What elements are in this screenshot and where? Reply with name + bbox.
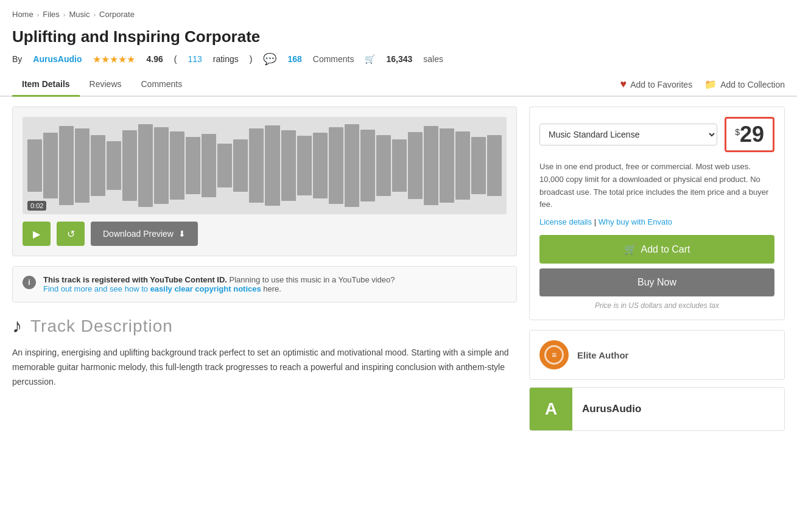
- tab-actions: ♥ Add to Favorites 📁 Add to Collection: [620, 78, 785, 91]
- author-avatar-letter: A: [545, 399, 557, 419]
- price-badge: $29: [725, 117, 774, 152]
- track-description-text: An inspiring, energising and uplifting b…: [12, 346, 517, 389]
- play-icon: ▶: [33, 228, 40, 240]
- yt-notice-link[interactable]: Find out more and see how to: [43, 284, 148, 293]
- author-box: A AurusAudio: [529, 387, 785, 431]
- rating-score: 4.96: [146, 54, 163, 64]
- comments-label: Comments: [313, 54, 354, 64]
- play-button[interactable]: ▶: [23, 222, 51, 246]
- tabs-bar: Item Details Reviews Comments ♥ Add to F…: [0, 73, 797, 97]
- breadcrumb-sep-1: ›: [37, 11, 40, 18]
- breadcrumb-home[interactable]: Home: [12, 10, 33, 19]
- price-box: Music Standard LicenseMusic Broadcast Li…: [529, 107, 785, 320]
- tab-item-details[interactable]: Item Details: [12, 73, 80, 97]
- elite-badge-icon: ≡: [552, 350, 556, 360]
- download-icon: ⬇: [178, 229, 186, 239]
- waveform-bar: [408, 132, 423, 198]
- sales-count: 16,343: [386, 54, 412, 64]
- waveform-bar: [249, 128, 264, 203]
- waveform-bar: [329, 127, 343, 205]
- waveform-bar: [217, 144, 232, 187]
- waveform-display: 0:02: [23, 117, 507, 214]
- waveform-bar: [440, 128, 454, 203]
- yt-notice-main: This track is registered with YouTube Co…: [43, 275, 227, 284]
- breadcrumb-sep-2: ›: [63, 11, 66, 18]
- download-preview-label: Download Preview: [103, 229, 174, 239]
- music-note-icon: ♪: [12, 315, 22, 337]
- license-select[interactable]: Music Standard LicenseMusic Broadcast Li…: [539, 124, 717, 145]
- waveform-bar: [455, 131, 470, 200]
- comments-bubble-icon: 💬: [263, 52, 276, 66]
- ratings-label: ratings: [213, 54, 239, 64]
- replay-icon: ↺: [67, 228, 75, 240]
- ratings-link[interactable]: 113: [188, 54, 202, 64]
- why-buy-link[interactable]: Why buy with Envato: [599, 217, 672, 226]
- waveform-bar: [233, 139, 248, 192]
- sales-label: sales: [423, 54, 443, 64]
- breadcrumb-music[interactable]: Music: [69, 10, 90, 19]
- tab-item-comments[interactable]: Comments: [132, 73, 192, 97]
- license-links: License details | Why buy with Envato: [539, 217, 774, 226]
- track-description-header: ♪ Track Description: [12, 315, 517, 337]
- page-title: Uplifting and Inspiring Corporate: [0, 25, 797, 52]
- elite-author-label: Elite Author: [577, 350, 628, 360]
- waveform-bar: [424, 126, 438, 205]
- buy-now-button[interactable]: Buy Now: [539, 268, 774, 296]
- waveform-bar: [345, 124, 359, 208]
- waveform-bar: [170, 131, 184, 200]
- youtube-notice: i This track is registered with YouTube …: [12, 266, 517, 303]
- waveform-bar: [471, 137, 486, 194]
- elite-badge: ≡: [539, 340, 569, 369]
- waveform-bar: [122, 130, 137, 200]
- waveform-bar: [107, 141, 121, 189]
- author-avatar: A: [530, 388, 572, 430]
- waveform-bar: [487, 135, 502, 197]
- license-description: Use in one end product, free or commerci…: [539, 161, 774, 211]
- cart-icon: 🛒: [365, 54, 375, 64]
- track-description-title: Track Description: [30, 317, 173, 336]
- download-preview-button[interactable]: Download Preview ⬇: [91, 222, 198, 246]
- price-dollar-sign: $: [735, 127, 740, 137]
- time-badge: 0:02: [27, 201, 46, 211]
- yt-notice-text: This track is registered with YouTube Co…: [43, 275, 395, 293]
- yt-notice-planning: Planning to use this music in a YouTube …: [230, 275, 395, 284]
- add-to-cart-label: Add to Cart: [641, 244, 690, 255]
- yt-notice-link-bold[interactable]: easily clear copyright notices: [150, 284, 261, 293]
- left-panel: 0:02 ▶ ↺ Download Preview ⬇ i This track…: [12, 107, 517, 431]
- info-icon: i: [23, 276, 36, 289]
- waveform-bar: [281, 130, 296, 200]
- meta-row: By AurusAudio ★★★★★ 4.96 (113 ratings) 💬…: [0, 52, 797, 73]
- add-collection-button[interactable]: 📁 Add to Collection: [704, 79, 785, 90]
- waveform-bar: [360, 130, 375, 201]
- author-link[interactable]: AurusAudio: [33, 54, 82, 64]
- by-label: By: [12, 54, 22, 64]
- rating-parens-open: (: [174, 54, 177, 64]
- main-layout: 0:02 ▶ ↺ Download Preview ⬇ i This track…: [0, 107, 797, 431]
- add-to-cart-button[interactable]: 🛒 Add to Cart: [539, 235, 774, 264]
- waveform-bar: [265, 125, 279, 206]
- elite-author-box: ≡ Elite Author: [529, 330, 785, 380]
- waveform-bar: [154, 127, 169, 205]
- breadcrumb-files[interactable]: Files: [43, 10, 59, 19]
- waveform-bar: [91, 135, 105, 197]
- tab-item-reviews[interactable]: Reviews: [80, 73, 132, 97]
- cart-icon-btn: 🛒: [624, 243, 636, 255]
- waveform-bar: [138, 124, 153, 208]
- waveform-bar: [75, 128, 90, 203]
- breadcrumb-current: Corporate: [99, 10, 135, 19]
- add-favorites-button[interactable]: ♥ Add to Favorites: [620, 78, 693, 91]
- collection-icon: 📁: [704, 79, 717, 90]
- heart-icon: ♥: [620, 78, 627, 91]
- waveform-bar: [43, 133, 58, 198]
- price-amount: 29: [740, 122, 764, 147]
- breadcrumb-sep-3: ›: [93, 11, 96, 18]
- rating-parens-close: ): [250, 54, 253, 64]
- license-details-link[interactable]: License details: [539, 217, 592, 226]
- comments-count: 168: [287, 54, 301, 64]
- replay-button[interactable]: ↺: [57, 222, 85, 246]
- yt-notice-here: here.: [263, 284, 281, 293]
- add-favorites-label: Add to Favorites: [630, 80, 692, 89]
- license-row: Music Standard LicenseMusic Broadcast Li…: [539, 117, 774, 152]
- breadcrumb: Home › Files › Music › Corporate: [0, 0, 797, 25]
- add-collection-label: Add to Collection: [720, 80, 785, 89]
